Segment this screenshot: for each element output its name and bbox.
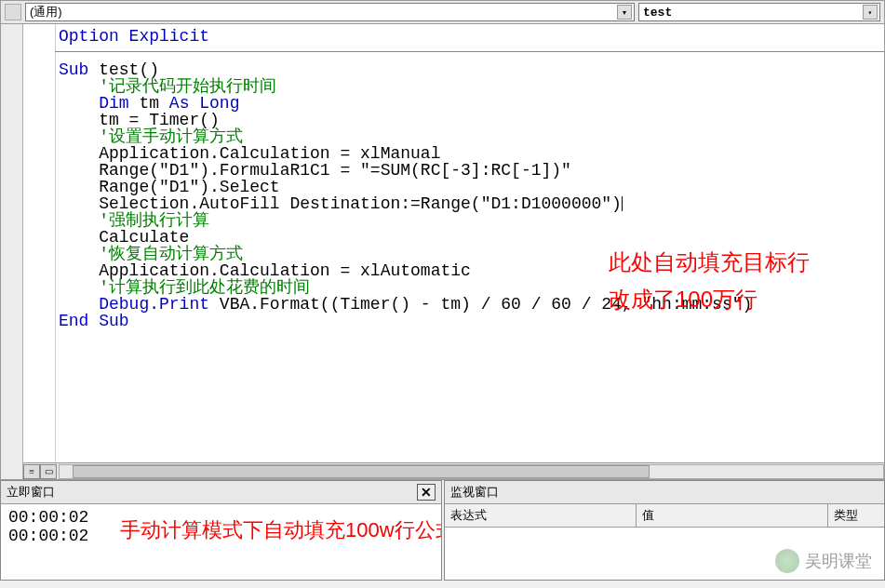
code-comment: '强制执行计算 xyxy=(59,211,209,230)
code-kw: Debug.Print xyxy=(59,295,209,314)
code-text[interactable]: Option Explicit Sub test() '记录代码开始执行时间 D… xyxy=(23,24,884,329)
procedure-dropdown-label: test xyxy=(643,6,672,20)
margin-gutter xyxy=(1,24,23,479)
watch-header: 监视窗口 xyxy=(445,481,885,504)
annotation-right-1: 此处自动填充目标行 xyxy=(609,247,810,277)
editor-toolbar: (通用) ▾ test ▾ xyxy=(0,0,885,24)
watch-col-expression[interactable]: 表达式 xyxy=(445,504,637,527)
code-kw: As Long xyxy=(169,94,240,113)
object-dropdown-label: (通用) xyxy=(30,4,62,20)
full-module-view-button[interactable]: ▭ xyxy=(40,464,57,479)
watermark-logo-icon xyxy=(775,549,799,573)
annotation-right-2: 改成了100万行 xyxy=(609,285,758,314)
code-line: Selection.AutoFill Destination:=Range("D… xyxy=(59,194,622,213)
annotation-bottom: 手动计算模式下自动填充100w行公式费时2秒 xyxy=(120,521,441,540)
procedure-view-button[interactable]: ≡ xyxy=(23,464,40,479)
code-line: Option Explicit xyxy=(59,27,209,46)
code-kw: Dim xyxy=(59,94,129,113)
text-cursor xyxy=(622,196,623,211)
bottom-panels: 立即窗口 ✕ 00:00:02 00:00:02 手动计算模式下自动填充100w… xyxy=(0,480,885,581)
watermark-text: 吴明课堂 xyxy=(805,550,872,572)
code-line: Range("D1").Select xyxy=(59,178,280,196)
code-comment: '记录代码开始执行时间 xyxy=(59,77,276,96)
chevron-down-icon[interactable]: ▾ xyxy=(617,5,632,20)
watermark: 吴明课堂 xyxy=(775,549,872,573)
code-pane[interactable]: Option Explicit Sub test() '记录代码开始执行时间 D… xyxy=(23,24,884,479)
code-comment: '设置手动计算方式 xyxy=(59,127,243,146)
code-line: tm = Timer() xyxy=(59,111,220,129)
watch-col-type[interactable]: 类型 xyxy=(828,504,884,527)
main-editor-area: Option Explicit Sub test() '记录代码开始执行时间 D… xyxy=(0,24,885,480)
code-text: tm xyxy=(129,94,169,113)
watch-title: 监视窗口 xyxy=(450,484,499,501)
code-comment: '恢复自动计算方式 xyxy=(59,245,243,263)
code-line: Application.Calculation = xlManual xyxy=(59,144,440,163)
object-dropdown[interactable]: (通用) ▾ xyxy=(25,3,635,21)
horizontal-scrollbar[interactable] xyxy=(59,464,884,479)
code-text: test() xyxy=(88,60,159,79)
immediate-title: 立即窗口 xyxy=(7,484,55,501)
code-kw: Sub xyxy=(59,60,88,79)
close-icon[interactable]: ✕ xyxy=(417,484,436,501)
code-line: End Sub xyxy=(59,312,129,330)
chevron-down-icon[interactable]: ▾ xyxy=(863,5,878,20)
immediate-window: 立即窗口 ✕ 00:00:02 00:00:02 手动计算模式下自动填充100w… xyxy=(0,480,442,581)
code-comment: '计算执行到此处花费的时间 xyxy=(59,278,310,297)
immediate-body[interactable]: 00:00:02 00:00:02 手动计算模式下自动填充100w行公式费时2秒 xyxy=(1,504,441,580)
code-line: Range("D1").FormulaR1C1 = "=SUM(RC[-3]:R… xyxy=(59,161,571,180)
procedure-dropdown[interactable]: test ▾ xyxy=(638,3,880,21)
watch-col-value[interactable]: 值 xyxy=(637,504,828,527)
code-line: Calculate xyxy=(59,228,189,247)
watch-column-headers: 表达式 值 类型 xyxy=(445,504,885,528)
code-line: Application.Calculation = xlAutomatic xyxy=(59,261,471,280)
scrollbar-thumb[interactable] xyxy=(73,465,650,478)
immediate-header: 立即窗口 ✕ xyxy=(1,481,441,504)
toolbar-button[interactable] xyxy=(5,4,21,20)
